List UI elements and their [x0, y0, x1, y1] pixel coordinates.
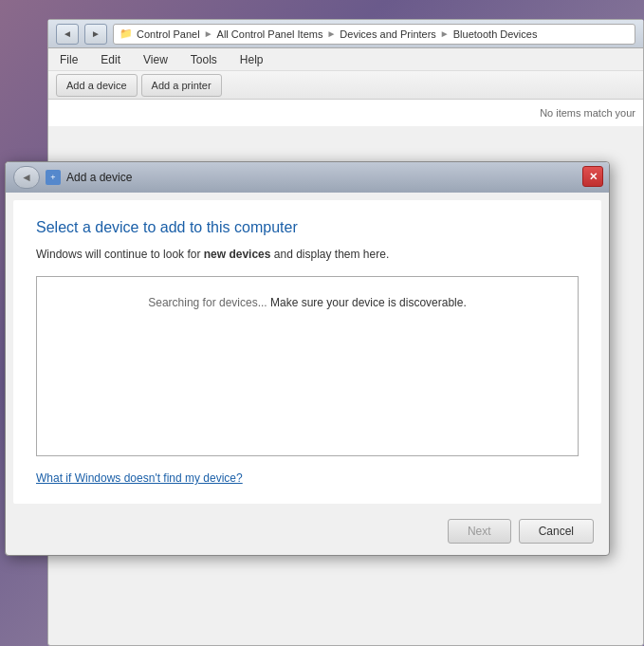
breadcrumb-item-3[interactable]: Devices and Printers	[340, 28, 436, 40]
dialog-titlebar: ◄ + Add a device ✕	[6, 162, 609, 193]
menubar: File Edit View Tools Help	[48, 48, 643, 71]
dialog-back-button[interactable]: ◄	[13, 166, 40, 189]
search-status: Searching for devices... Make sure your …	[148, 296, 467, 309]
dialog-footer: Next Cancel	[6, 511, 609, 555]
content-area: No items match your	[48, 100, 643, 126]
dialog-subtext: Windows will continue to look for new de…	[36, 248, 579, 261]
add-device-dialog: ◄ + Add a device ✕ Select a device to ad…	[5, 161, 610, 556]
breadcrumb-item-1[interactable]: Control Panel	[137, 28, 200, 40]
menu-tools[interactable]: Tools	[187, 51, 221, 68]
subtext-normal: Windows will continue to look for	[36, 248, 204, 261]
menu-help[interactable]: Help	[236, 51, 267, 68]
add-printer-button[interactable]: Add a printer	[141, 74, 222, 97]
breadcrumb-sep-1: ►	[204, 28, 213, 39]
menu-file[interactable]: File	[56, 51, 82, 68]
menu-edit[interactable]: Edit	[97, 51, 124, 68]
no-items-label: No items match your	[540, 107, 635, 119]
cancel-button[interactable]: Cancel	[519, 519, 594, 544]
device-symbol: +	[50, 173, 55, 182]
searching-text: Searching for devices...	[148, 296, 267, 309]
breadcrumb-sep-2: ►	[326, 28, 336, 39]
add-device-button[interactable]: Add a device	[56, 74, 138, 97]
breadcrumb: 📁 Control Panel ► All Control Panel Item…	[113, 24, 635, 45]
device-icon: +	[46, 170, 61, 185]
back-button[interactable]: ◄	[56, 24, 79, 45]
breadcrumb-icon: 📁	[120, 28, 133, 40]
toolbar: Add a device Add a printer	[48, 71, 643, 100]
subtext-end: and display them here.	[270, 248, 389, 261]
dialog-heading: Select a device to add to this computer	[36, 219, 579, 236]
breadcrumb-item-2[interactable]: All Control Panel Items	[217, 28, 323, 40]
breadcrumb-sep-3: ►	[440, 28, 450, 39]
dialog-title: Add a device	[66, 171, 132, 184]
help-link[interactable]: What if Windows doesn't find my device?	[36, 471, 243, 485]
back-arrow-icon: ◄	[21, 171, 32, 184]
next-button[interactable]: Next	[448, 519, 511, 544]
dialog-body: Select a device to add to this computer …	[13, 200, 601, 504]
close-button[interactable]: ✕	[582, 166, 603, 187]
titlebar: ◄ ► 📁 Control Panel ► All Control Panel …	[48, 20, 643, 48]
make-sure-text: Make sure your device is discoverable.	[267, 296, 467, 309]
subtext-bold: new devices	[204, 248, 271, 261]
breadcrumb-item-4[interactable]: Bluetooth Devices	[453, 28, 538, 40]
menu-view[interactable]: View	[139, 51, 172, 68]
forward-button[interactable]: ►	[84, 24, 107, 45]
device-search-area: Searching for devices... Make sure your …	[36, 276, 579, 456]
